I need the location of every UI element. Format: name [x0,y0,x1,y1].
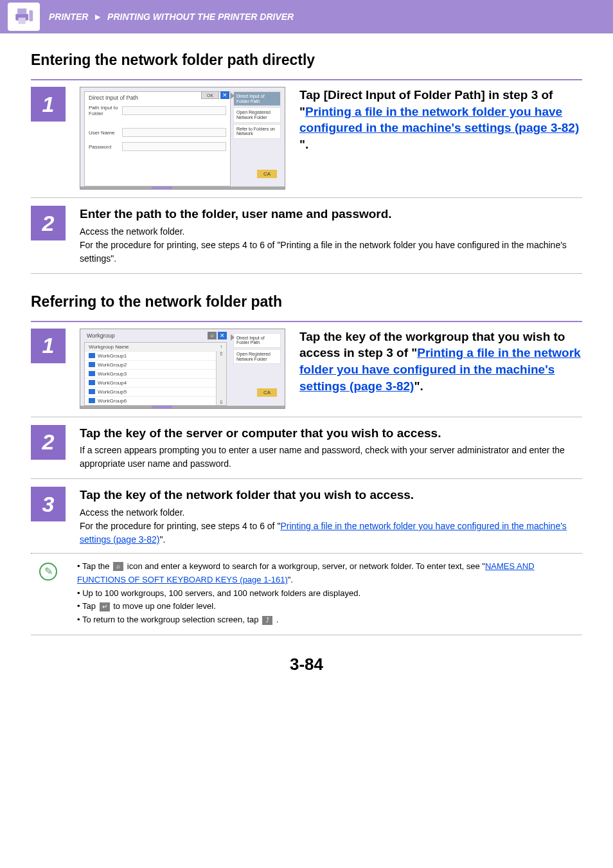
step-a2: 2 Enter the path to the folder, user nam… [31,206,582,266]
divider [31,273,582,274]
step-b1: 1 Workgroup ⌕ ✕ [31,329,582,409]
printer-icon [8,3,40,31]
step-a1-title: Tap [Direct Input of Folder Path] in ste… [299,87,582,153]
ok-button[interactable]: OK [201,91,219,99]
step-b2: 2 Tap the key of the server or computer … [31,425,582,471]
step-number: 3 [31,487,66,521]
header-subsection: PRINTING WITHOUT THE PRINTER DRIVER [107,12,294,22]
text: To return to the workgroup selection scr… [82,615,261,624]
list-item-label: WorkGroup6 [98,398,127,404]
divider [31,478,582,479]
note-item: To return to the workgroup selection scr… [77,613,582,627]
list-item[interactable]: WorkGroup3 [85,369,216,378]
text: For the procedure for printing, see step… [80,521,280,531]
divider [31,417,582,417]
close-icon[interactable]: ✕ [220,91,229,99]
section-b-title: Referring to the network folder path [31,293,582,311]
page-number: 3-84 [31,655,582,674]
divider [31,197,582,198]
list-item-label: WorkGroup2 [98,362,127,368]
list-item[interactable]: WorkGroup5 [85,387,216,396]
list-item-label: WorkGroup1 [98,353,127,359]
step-a2-body1: Access the network folder. [80,225,582,239]
password-input[interactable] [122,142,226,151]
step-b3-body2: For the procedure for printing, see step… [80,520,582,547]
divider [31,79,582,80]
step-number: 1 [31,329,66,363]
workgroup-icon [89,389,95,394]
path-input[interactable] [122,106,226,115]
list-item-label: WorkGroup3 [98,371,127,377]
text: ". [160,534,166,545]
text: Tap [82,601,98,611]
workgroup-icon [89,398,95,403]
list-item[interactable]: WorkGroup2 [85,360,216,369]
user-input[interactable] [122,128,226,137]
step-a1: 1 OK ✕ Direct Input of Path Path Input t… [31,87,582,190]
text: ". [288,575,293,584]
list-item[interactable]: WorkGroup1 [85,351,216,360]
link-page-3-82[interactable]: Printing a file in the network folder yo… [299,105,579,135]
svg-rect-0 [17,8,26,14]
close-icon[interactable]: ✕ [218,332,227,339]
workgroup-icon [89,371,95,376]
text: . [274,615,278,624]
note-item: Tap the ⌕ icon and enter a keyword to se… [77,560,582,587]
text: to move up one folder level. [111,601,216,611]
section-a-title: Entering the network folder path directl… [31,51,582,69]
side-direct-input[interactable]: Direct Input of Folder Path [233,333,281,348]
panel-title: Workgroup [87,332,115,339]
text: ". [414,379,423,393]
note-icon: ✎ [31,560,66,581]
step-b3-body1: Access the network folder. [80,506,582,520]
list-item[interactable]: WorkGroup6 [85,396,216,405]
step-b3-title: Tap the key of the network folder that y… [80,487,582,503]
step-number: 2 [31,206,66,240]
list-item[interactable]: WorkGroup4 [85,378,216,387]
text: Tap the [82,561,112,571]
breadcrumb: PRINTER ► PRINTING WITHOUT THE PRINTER D… [49,12,294,22]
path-label: Path Input to Folder [89,105,122,116]
ca-button[interactable]: CA [257,170,277,178]
step-b1-title: Tap the key of the workgroup that you wi… [299,329,582,395]
up-folder-icon: ↵ [100,602,110,611]
device-screenshot-1: OK ✕ Direct Input of Path Path Input to … [80,87,285,190]
workgroup-icon [89,380,95,385]
side-direct-input[interactable]: Direct Input of Folder Path [233,91,281,106]
list-item-label: WorkGroup5 [98,389,127,395]
workgroup-icon [89,362,95,367]
chevron-right-icon: ► [93,12,102,22]
step-b2-title: Tap the key of the server or computer th… [80,425,582,442]
header-bar: PRINTER ► PRINTING WITHOUT THE PRINTER D… [0,0,613,33]
note-item: Up to 100 workgroups, 100 servers, and 1… [77,587,582,601]
return-icon: ⤴ [262,616,272,625]
side-open-registered[interactable]: Open Registered Network Folder [233,107,281,122]
svg-rect-3 [30,10,33,21]
side-refer-folders[interactable]: Refer to Folders on Network [233,124,281,139]
text: ". [299,138,308,151]
step-b2-body: If a screen appears prompting you to ent… [80,444,582,471]
side-open-registered[interactable]: Open Registered Network Folder [233,349,281,364]
user-label: User Name [89,130,122,136]
svg-rect-2 [19,17,26,24]
workgroup-icon [89,353,95,358]
sort-icon[interactable]: ↑ [220,344,222,350]
scrollbar[interactable]: ⇧⇩ [216,351,226,405]
step-number: 1 [31,87,66,122]
column-header: Workgroup Name [89,344,129,350]
ca-button[interactable]: CA [257,388,277,397]
password-label: Password [89,144,122,150]
note-block: ✎ Tap the ⌕ icon and enter a keyword to … [31,560,582,627]
device-screenshot-2: Workgroup ⌕ ✕ Workgroup Name↑ [80,329,285,409]
list-item-label: WorkGroup4 [98,380,127,386]
divider [31,321,582,322]
text: icon and enter a keyword to search for a… [125,561,485,571]
divider-dotted [31,553,582,554]
step-number: 2 [31,425,66,460]
note-item: Tap ↵ to move up one folder level. [77,600,582,613]
search-icon: ⌕ [113,562,123,571]
divider [31,635,582,635]
search-icon[interactable]: ⌕ [208,332,217,339]
note-list: Tap the ⌕ icon and enter a keyword to se… [77,560,582,627]
step-a2-body2: For the procedure for printing, see step… [80,239,582,266]
